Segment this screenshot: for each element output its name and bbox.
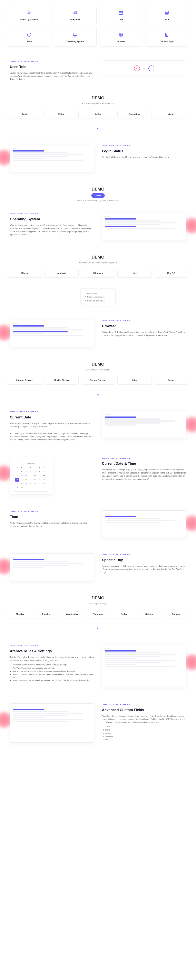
card-content-type[interactable]: Content Type (145, 28, 188, 47)
heading: Archive Rules & Settings (10, 649, 94, 654)
card-label: Operating System (56, 40, 94, 43)
heading: Time (10, 514, 94, 520)
tab-chrome[interactable]: Google Chrome (81, 376, 115, 385)
card-label: Time (10, 40, 49, 43)
tab-admin[interactable]: Admin (8, 110, 42, 118)
svg-point-1 (74, 11, 75, 12)
card-user-role[interactable]: User Role (54, 6, 97, 25)
card-os[interactable]: Operating System (54, 28, 97, 47)
settings-mockup (10, 320, 94, 347)
description: Want to display your content on a specif… (10, 224, 94, 236)
section-current-date: DISPLAY CONTENT BASED ON Current Date Wa… (0, 403, 196, 449)
tab-windows[interactable]: Windows (81, 269, 115, 278)
section-browser: DISPLAY CONTENT BASED ON Browser Set con… (0, 312, 196, 355)
tab-fri[interactable]: Friday (112, 610, 136, 618)
bullet-item: Boolean (105, 732, 186, 735)
heading: Login Status (102, 149, 186, 154)
heading: Current Date & Time (102, 461, 186, 466)
bullet-item: Post (105, 738, 186, 741)
svg-rect-4 (165, 11, 168, 14)
os-checklist: Go to settings Select personalization Se… (80, 288, 116, 306)
card-date[interactable]: Date (100, 6, 142, 25)
tab-macos[interactable]: Mac OS (154, 269, 188, 278)
bullet-item: Post Type: One or more post types and ty… (13, 667, 94, 670)
tab-linux[interactable]: Linux (117, 269, 151, 278)
bullet-item: Textual (105, 725, 186, 728)
tab-firefox[interactable]: Mozilla Firefox (44, 376, 78, 385)
tab-wed[interactable]: Wednesday (60, 610, 84, 618)
bullet-item: Search: Current archive is a search resu… (13, 679, 94, 682)
tab-sat[interactable]: Saturday (138, 610, 162, 618)
settings-mockup (102, 213, 186, 240)
check-icon: ✔ (0, 626, 196, 637)
circle-icon: ⟲ (134, 65, 140, 72)
card-browser[interactable]: Browser (100, 28, 142, 47)
heading: Operating System (10, 216, 94, 222)
check-item: Select personalization (84, 295, 112, 299)
card-label: User Role (56, 18, 94, 21)
bullet-item: Choice (105, 729, 186, 732)
section-login-status: DISPLAY CONTENT BASED ON Login Status Ge… (0, 137, 196, 180)
card-label: ACF (147, 18, 186, 21)
tab-sun[interactable]: Sunday (164, 610, 188, 618)
bullet-item: Taxonomy: Current archive is a taxonomy … (13, 663, 94, 667)
eyebrow: DISPLAY CONTENT BASED ON (10, 511, 94, 513)
check-item: Go to settings (84, 291, 112, 295)
card-label: Content Type (147, 40, 186, 43)
card-acf[interactable]: ACF (145, 6, 188, 25)
card-login-status[interactable]: User Login Status (8, 6, 51, 25)
tab-author[interactable]: Author (81, 110, 115, 118)
card-time[interactable]: Time (8, 28, 51, 47)
calendar-icon (118, 10, 124, 16)
login-button[interactable]: LOGIN (91, 193, 105, 198)
tab-visitor[interactable]: Visitor (154, 110, 188, 118)
os-demo-header: DEMO How to enable dark mode based on yo… (0, 248, 196, 267)
heading: Specific Day (102, 557, 186, 563)
tab-ie[interactable]: Internet Explorer (8, 376, 42, 385)
tab-mon[interactable]: Monday (8, 610, 32, 618)
eyebrow: DISPLAY CONTENT BASED ON (102, 703, 186, 706)
login-demo: DEMO LOGIN Welcome, You are already logg… (0, 180, 196, 205)
tab-editor[interactable]: Editor (44, 110, 78, 118)
clock-icon (26, 32, 32, 38)
tab-android[interactable]: Android (44, 269, 78, 278)
browser-demo-header: DEMO Which Browser am I using? (0, 355, 196, 374)
circle-icon: ⟲ (148, 65, 154, 72)
demo-title: DEMO (0, 186, 196, 192)
login-note: Welcome, You are already logged into Pow… (0, 199, 196, 202)
demo-title: DEMO (0, 95, 196, 101)
demo-subtitle: How to enable dark mode based on your OS (0, 261, 196, 264)
description: As the name suggests, this display condi… (10, 522, 94, 528)
settings-mockup (102, 644, 186, 688)
section-datetime: December SMTWTFS 12345678910111213141516… (0, 449, 196, 503)
tab-tue[interactable]: Tuesday (34, 610, 58, 618)
section-specific-day: DISPLAY CONTENT BASED ON Specific Day No… (0, 546, 196, 589)
tab-subscriber[interactable]: Subscriber (117, 110, 151, 118)
tab-iphone[interactable]: iPhone (8, 269, 42, 278)
demo-title: DEMO (0, 595, 196, 601)
browser-tabs: Internet Explorer Mozilla Firefox Google… (0, 374, 196, 392)
role-illustration: ⟲ → ⟲ (102, 60, 186, 76)
tab-thu[interactable]: Thursday (86, 610, 110, 618)
day-tabs: Monday Tuesday Wednesday Thursday Friday… (0, 608, 196, 626)
description: Get the flexibility to show different co… (102, 156, 186, 159)
globe-icon (118, 32, 124, 38)
eyebrow: DISPLAY CONTENT BASED ON (102, 457, 186, 460)
card-label: User Login Status (10, 18, 49, 21)
users-icon (72, 10, 78, 16)
acf-bullets: Textual Choice Boolean Date/Time Post (102, 725, 186, 741)
heading: Advanced Custom Fields (102, 707, 186, 713)
feature-icon-grid: User Login Status User Role Date ACF Tim… (0, 0, 196, 52)
settings-mockup (102, 411, 186, 438)
tab-opera[interactable]: Opera (154, 376, 188, 385)
demo-subtitle: You Are Visiting PowerPack Site as a (0, 102, 196, 105)
tab-safari[interactable]: Safari (117, 376, 151, 385)
user-role-tabs: Admin Editor Author Subscriber Visitor (0, 108, 196, 126)
section-archive: DISPLAY CONTENT BASED ON Archive Rules &… (0, 637, 196, 695)
section-time: DISPLAY CONTENT BASED ON Time As the nam… (0, 503, 196, 546)
heading: Current Date (10, 415, 94, 420)
heading: User Role (10, 64, 94, 70)
os-tabs: iPhone Android Windows Linux Mac OS (0, 267, 196, 285)
calendar-mockup: December SMTWTFS 12345678910111213141516… (10, 457, 53, 495)
eyebrow: DISPLAY CONTENT BASED ON (10, 644, 94, 647)
